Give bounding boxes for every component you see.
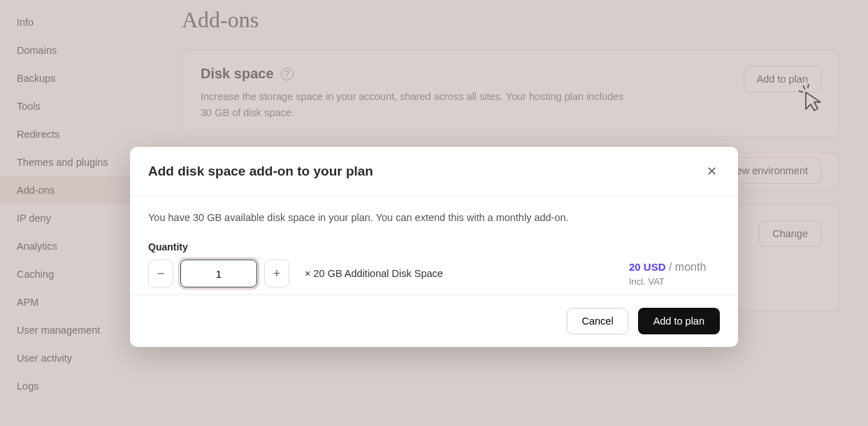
quantity-input[interactable]	[180, 260, 257, 287]
quantity-decrement-button[interactable]: −	[148, 260, 173, 287]
modal-title: Add disk space add-on to your plan	[148, 164, 373, 179]
modal-intro-text: You have 30 GB available disk space in y…	[148, 212, 720, 223]
quantity-label: Quantity	[148, 241, 720, 253]
price-value: 20 USD	[629, 261, 666, 273]
add-disk-space-modal: Add disk space add-on to your plan ✕ You…	[130, 147, 738, 347]
vat-note: Incl. VAT	[629, 276, 720, 287]
close-icon[interactable]: ✕	[704, 162, 720, 180]
quantity-increment-button[interactable]: +	[264, 260, 289, 287]
cancel-button[interactable]: Cancel	[567, 308, 628, 334]
quantity-item-label: × 20 GB Additional Disk Space	[305, 268, 443, 279]
confirm-add-to-plan-button[interactable]: Add to plan	[638, 308, 720, 334]
price-period: / month	[666, 261, 707, 273]
modal-overlay[interactable]: Add disk space add-on to your plan ✕ You…	[0, 0, 868, 426]
